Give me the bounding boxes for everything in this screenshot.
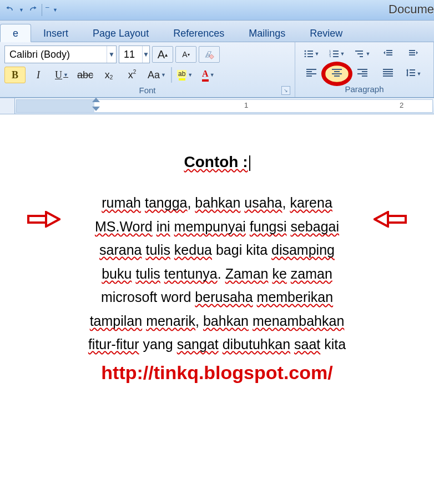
svg-rect-43 — [388, 216, 406, 223]
font-name-input[interactable] — [5, 48, 107, 62]
change-case-dropdown-icon[interactable]: ▼ — [161, 72, 166, 78]
underline-button[interactable]: U▼ — [51, 67, 72, 83]
svg-rect-4 — [307, 53, 313, 54]
strikethrough-button[interactable]: abc — [74, 67, 96, 83]
font-divider — [171, 67, 172, 83]
svg-rect-28 — [332, 73, 342, 74]
redo-button[interactable] — [27, 4, 38, 16]
tab-mailings[interactable]: Mailings — [236, 24, 297, 42]
arrow-right-icon — [27, 211, 60, 229]
first-line-indent-marker[interactable] — [92, 98, 100, 102]
ruler-margin — [17, 100, 94, 112]
paragraph-group: ▼ 123 ▼ ▼ — [295, 42, 434, 97]
svg-rect-41 — [410, 75, 415, 76]
highlight-swatch — [179, 78, 185, 80]
superscript-button[interactable]: x2 — [122, 67, 143, 83]
svg-rect-22 — [306, 69, 316, 70]
align-left-button[interactable] — [300, 65, 323, 82]
undo-dropdown-icon[interactable]: ▼ — [19, 7, 24, 13]
svg-rect-24 — [306, 73, 316, 74]
text-cursor — [249, 155, 250, 171]
subscript-button[interactable]: x2 — [98, 67, 119, 83]
svg-rect-20 — [409, 52, 415, 53]
qat-customize-icon[interactable]: ⎺ — [46, 7, 49, 13]
hanging-indent-marker[interactable] — [92, 107, 100, 111]
document-title: Docume — [388, 2, 434, 17]
ribbon-tabs: e Insert Page Layout References Mailings… — [0, 21, 434, 42]
ruler-track[interactable]: 1 2 — [16, 99, 433, 113]
change-case-button[interactable]: Aa▼ — [145, 67, 169, 83]
tab-insert[interactable]: Insert — [31, 24, 80, 42]
svg-rect-17 — [386, 52, 392, 53]
align-right-button[interactable] — [351, 65, 374, 82]
increase-indent-icon — [408, 48, 418, 60]
svg-rect-19 — [409, 50, 415, 51]
ruler[interactable]: 1 2 — [0, 98, 434, 114]
grow-font-button[interactable]: A▴ — [152, 46, 173, 63]
bullets-button[interactable]: ▼ — [300, 46, 323, 62]
document-page[interactable]: Contoh : rumah tangga, bahkan usaha, kar… — [0, 114, 434, 384]
tab-review[interactable]: Review — [297, 24, 355, 42]
svg-point-5 — [304, 56, 306, 57]
svg-rect-38 — [407, 70, 408, 75]
body-text[interactable]: rumah tangga, bahkan usaha, karenaMS.Wor… — [45, 191, 389, 356]
underline-dropdown-icon[interactable]: ▼ — [63, 72, 68, 78]
numbering-button[interactable]: 123 ▼ — [325, 46, 349, 62]
multilevel-list-button[interactable]: ▼ — [351, 46, 374, 62]
svg-point-1 — [304, 50, 306, 52]
qat-customize-dropdown-icon[interactable]: ▼ — [53, 7, 58, 13]
line-spacing-button[interactable]: ▼ — [402, 65, 425, 82]
svg-rect-15 — [360, 56, 363, 57]
align-center-button[interactable] — [325, 65, 349, 82]
svg-rect-10 — [333, 53, 339, 54]
watermark-url: http://tinkq.blogspot.com/ — [45, 362, 389, 384]
ruler-mark-1: 1 — [244, 101, 248, 109]
shrink-font-button[interactable]: A▾ — [175, 46, 196, 63]
align-left-icon — [306, 68, 317, 80]
svg-rect-18 — [386, 54, 392, 56]
align-right-icon — [357, 68, 368, 80]
clear-formatting-button[interactable]: A — [199, 46, 220, 63]
svg-rect-39 — [410, 69, 415, 70]
svg-rect-13 — [355, 51, 363, 52]
numbering-icon: 123 — [329, 48, 339, 60]
undo-button[interactable] — [4, 4, 16, 16]
font-color-button[interactable]: A ▼ — [198, 67, 219, 83]
svg-rect-30 — [357, 69, 367, 70]
font-size-dropdown-icon[interactable]: ▼ — [142, 46, 149, 63]
tab-home[interactable]: e — [0, 24, 31, 42]
svg-rect-32 — [357, 73, 367, 74]
tab-page-layout[interactable]: Page Layout — [80, 24, 161, 42]
tab-references[interactable]: References — [161, 24, 236, 42]
font-dialog-launcher[interactable]: ↘ — [281, 86, 290, 95]
svg-rect-2 — [307, 51, 313, 52]
highlight-dropdown-icon[interactable]: ▼ — [188, 72, 193, 78]
svg-rect-26 — [332, 69, 342, 70]
heading-text[interactable]: Contoh : — [45, 153, 389, 171]
svg-rect-29 — [334, 75, 340, 77]
page-content: Contoh : rumah tangga, bahkan usaha, kar… — [45, 153, 389, 384]
font-name-dropdown-icon[interactable]: ▼ — [107, 46, 116, 63]
increase-indent-button[interactable] — [402, 46, 425, 62]
svg-rect-33 — [362, 75, 367, 77]
arrow-left-icon — [374, 211, 407, 229]
svg-rect-27 — [334, 71, 340, 72]
svg-rect-12 — [333, 56, 339, 57]
ruler-mark-2: 2 — [400, 101, 403, 109]
font-size-combo[interactable]: ▼ — [119, 46, 150, 63]
highlight-button[interactable]: ab ▼ — [174, 67, 195, 83]
bullets-icon — [304, 48, 314, 60]
bold-button[interactable]: B — [4, 67, 26, 83]
multilevel-icon — [355, 48, 365, 60]
svg-text:3: 3 — [329, 55, 331, 57]
decrease-indent-button[interactable] — [376, 46, 400, 62]
font-group: ▼ ▼ A▴ A▾ A B I U▼ — [0, 42, 295, 97]
font-name-combo[interactable]: ▼ — [4, 46, 117, 63]
font-color-dropdown-icon[interactable]: ▼ — [210, 72, 215, 78]
justify-button[interactable] — [376, 65, 400, 82]
svg-rect-8 — [333, 51, 339, 52]
title-bar: ▼ ⎺ ▼ Docume — [0, 0, 434, 21]
ruler-tab-selector[interactable] — [0, 98, 15, 114]
italic-button[interactable]: I — [28, 67, 49, 83]
font-size-input[interactable] — [119, 48, 142, 62]
